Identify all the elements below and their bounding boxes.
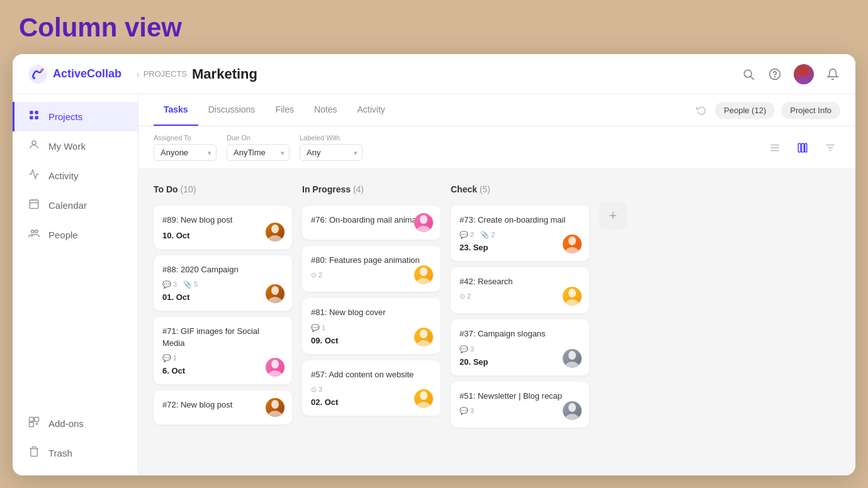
sidebar-label-mywork: My Work	[48, 141, 86, 152]
person-icon	[27, 139, 41, 153]
bell-icon[interactable]	[825, 67, 840, 82]
subtask-count-57: ⊙ 3	[311, 385, 322, 394]
svg-rect-10	[35, 111, 38, 114]
svg-point-42	[420, 267, 427, 276]
svg-point-47	[416, 402, 431, 408]
tab-files[interactable]: Files	[265, 94, 304, 126]
tabs-bar: Tasks Discussions Files Notes Activity	[138, 94, 855, 126]
svg-point-38	[271, 400, 279, 409]
svg-point-52	[568, 351, 576, 360]
sidebar-item-projects[interactable]: Projects	[13, 102, 138, 131]
task-title-71: #71: GIF images for Social Media	[162, 326, 283, 348]
svg-point-53	[565, 362, 580, 368]
sidebar-item-calendar[interactable]: Calendar	[13, 191, 138, 220]
comment-count-88: 💬 3	[162, 280, 177, 289]
svg-rect-20	[30, 418, 34, 422]
sidebar-item-people[interactable]: People	[13, 220, 138, 250]
labeled-with-filter: Labeled With Any	[300, 134, 363, 161]
task-card-57[interactable]: #57: Add content on website ⊙ 3 02. Oct	[302, 360, 441, 416]
sidebar-item-trash[interactable]: Trash	[13, 438, 138, 468]
task-avatar-81	[414, 328, 433, 347]
svg-point-48	[568, 236, 576, 245]
tab-activity[interactable]: Activity	[347, 94, 395, 126]
svg-point-54	[568, 403, 576, 412]
svg-point-39	[268, 411, 283, 417]
app-header: ActiveCollab ‹ PROJECTS Marketing	[13, 54, 855, 94]
comment-count-73: 💬 2	[459, 231, 474, 239]
sidebar-item-mywork[interactable]: My Work	[13, 131, 138, 161]
page-container: Column view ActiveCollab ‹ PROJECTS Mark…	[13, 13, 855, 475]
due-on-filter: Due On AnyTime	[227, 134, 290, 161]
add-column-button[interactable]: +	[599, 202, 627, 230]
task-card-51[interactable]: #51: Newsletter | Blog recap 💬 3	[451, 382, 589, 428]
check-count: (5)	[480, 184, 490, 194]
filter-bar: Assigned To Anyone Due On AnyTime	[138, 126, 855, 169]
calendar-icon	[27, 198, 41, 213]
svg-rect-9	[30, 111, 33, 114]
svg-rect-12	[35, 116, 38, 119]
sidebar-label-projects: Projects	[48, 111, 82, 122]
page-title: Column view	[13, 13, 855, 43]
task-card-81[interactable]: #81: New blog cover 💬 1 09. Oct	[302, 298, 441, 353]
svg-line-4	[751, 76, 754, 79]
task-title-51: #51: Newsletter | Blog recap	[459, 391, 580, 402]
task-meta-73: 💬 2 📎 2	[459, 231, 580, 239]
task-card-76[interactable]: #76: On-boarding mail animation	[302, 206, 441, 240]
task-title-57: #57: Add content on website	[311, 369, 432, 380]
task-card-42[interactable]: #42: Research ⊙ 2	[451, 267, 589, 313]
sidebar-label-activity: Activity	[48, 170, 79, 181]
svg-point-34	[271, 286, 279, 295]
svg-point-37	[268, 370, 283, 377]
svg-point-19	[35, 230, 38, 233]
comment-count-81: 💬 1	[311, 324, 325, 332]
breadcrumb: ‹ PROJECTS	[137, 69, 187, 79]
people-button[interactable]: People (12)	[715, 102, 775, 119]
people-icon	[27, 228, 41, 242]
task-card-88[interactable]: #88: 2020 Campaign 💬 3 📎 5 01. Oct	[154, 255, 292, 311]
svg-point-45	[416, 340, 431, 347]
user-avatar[interactable]	[794, 64, 814, 84]
task-card-72[interactable]: #72: New blog post	[154, 391, 292, 424]
task-card-71[interactable]: #71: GIF images for Social Media 💬 1 6. …	[154, 317, 292, 384]
comment-count-71: 💬 1	[162, 354, 177, 362]
task-avatar-42	[563, 287, 582, 306]
header-right	[741, 64, 840, 84]
search-icon[interactable]	[741, 67, 756, 82]
column-header-check: Check (5)	[451, 182, 589, 199]
inprogress-count: (4)	[353, 184, 364, 194]
column-inprogress: In Progress (4) #76: On-boarding mail an…	[302, 182, 441, 416]
labeled-with-select[interactable]: Any	[300, 144, 363, 161]
svg-rect-14	[30, 200, 38, 209]
tab-notes[interactable]: Notes	[304, 94, 347, 126]
task-card-89[interactable]: #89: New blog post 10. Oct	[154, 206, 292, 249]
task-card-73[interactable]: #73: Create on-boarding mail 💬 2 📎 2 23.…	[451, 206, 589, 261]
svg-rect-21	[35, 418, 39, 422]
sidebar-item-addons[interactable]: Add-ons	[13, 409, 138, 438]
tab-discussions[interactable]: Discussions	[198, 94, 266, 126]
assigned-to-filter: Assigned To Anyone	[154, 134, 217, 161]
tabs-actions: People (12) Project Info	[694, 102, 840, 119]
assigned-to-select[interactable]: Anyone	[154, 144, 217, 161]
app-window: ActiveCollab ‹ PROJECTS Marketing	[13, 54, 855, 475]
breadcrumb-projects[interactable]: PROJECTS	[144, 69, 187, 79]
task-avatar-89	[266, 223, 285, 241]
filter-view-icon[interactable]	[820, 138, 840, 158]
refresh-icon[interactable]	[694, 103, 709, 118]
svg-point-36	[271, 360, 279, 369]
column-view-icon[interactable]	[792, 138, 813, 158]
svg-point-43	[416, 278, 431, 284]
svg-point-33	[268, 235, 283, 241]
sidebar-item-activity[interactable]: Activity	[13, 161, 138, 191]
task-title-76: #76: On-boarding mail animation	[311, 214, 432, 226]
task-card-80[interactable]: #80: Features page animation ⊙ 2	[302, 246, 441, 292]
list-view-icon[interactable]	[765, 138, 785, 158]
project-info-button[interactable]: Project Info	[781, 102, 840, 119]
grid-icon	[27, 109, 41, 124]
svg-point-46	[420, 391, 427, 400]
labeled-with-select-wrap: Any	[300, 144, 363, 161]
help-icon[interactable]	[767, 67, 782, 82]
due-on-select[interactable]: AnyTime	[227, 144, 290, 161]
task-card-37[interactable]: #37: Campaign slogans 💬 3 20. Sep	[451, 319, 589, 375]
tab-tasks[interactable]: Tasks	[154, 94, 198, 126]
due-on-select-wrap: AnyTime	[227, 144, 290, 161]
